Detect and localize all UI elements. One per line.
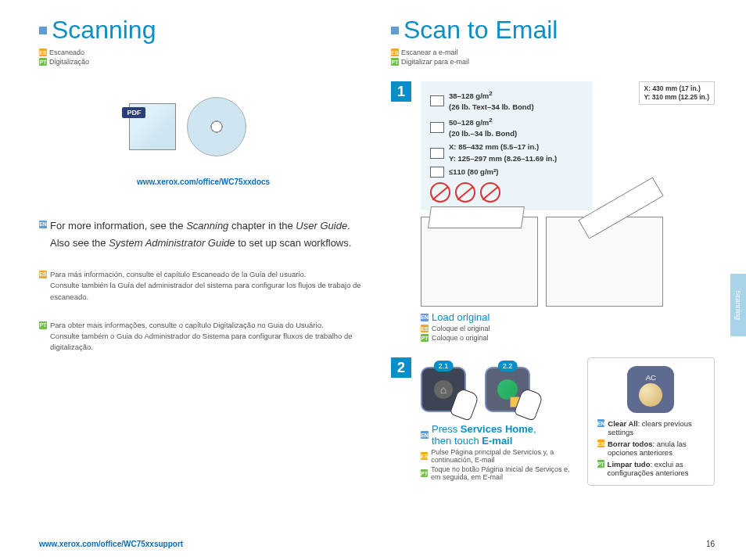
es-icon: ES xyxy=(39,48,47,56)
es-info-text: ES Para más información, consulte el cap… xyxy=(39,269,368,303)
no-fold-icon xyxy=(455,182,475,203)
step-number-1: 1 xyxy=(391,81,411,102)
clear-all-button[interactable]: AC xyxy=(627,366,674,413)
en-icon: EN xyxy=(597,419,605,427)
support-link[interactable]: www.xerox.com/office/WC75xxsupport xyxy=(39,540,183,548)
step1-es: ESColoque el original xyxy=(421,325,715,332)
subtitle-pt: PT Digitalização xyxy=(39,58,368,66)
step-2: 2 2.1 ⌂ 2.2 xyxy=(391,357,715,486)
ac-label: AC xyxy=(646,373,656,382)
dimension-icon xyxy=(430,148,444,159)
en-icon: EN xyxy=(421,431,429,439)
hand-pointer-icon xyxy=(514,387,544,421)
docs-link[interactable]: www.xerox.com/office/WC75xxdocs xyxy=(39,178,368,186)
es-icon: ES xyxy=(597,440,604,447)
heading-scan-to-email: Scan to Email xyxy=(391,16,715,45)
services-home-button[interactable]: 2.1 ⌂ xyxy=(421,367,466,412)
step1-heading: EN Load original xyxy=(421,311,715,323)
printer-feeder-icon xyxy=(421,217,538,307)
hand-pointer-icon xyxy=(450,387,480,421)
subtitle-es: ES Escanear a e-mail xyxy=(391,48,715,56)
no-staples-icon xyxy=(430,182,450,203)
en-icon: EN xyxy=(421,314,429,321)
email-button[interactable]: 2.2 xyxy=(485,367,530,412)
machine-illustrations xyxy=(421,217,715,307)
step-number-2: 2 xyxy=(391,357,411,378)
heading-bullet xyxy=(391,27,399,34)
pt-icon: PT xyxy=(597,460,604,468)
pdf-cd-illustration: PDF xyxy=(86,97,289,171)
printer-platen-icon xyxy=(546,217,663,307)
es-icon: ES xyxy=(421,325,429,332)
substep-badge: 2.2 xyxy=(498,361,518,372)
feeder-icon xyxy=(430,95,444,106)
cd-disc-icon xyxy=(187,97,246,156)
ac-button-icon xyxy=(639,383,662,407)
pt-icon: PT xyxy=(391,58,399,66)
section-tab: Scanning xyxy=(730,274,746,336)
no-torn-icon xyxy=(480,182,500,203)
heading-scanning: Scanning xyxy=(39,16,368,45)
es-icon: ES xyxy=(39,271,47,278)
step1-pt: PTColoque o original xyxy=(421,334,715,342)
subtitle-pt: PT Digitalizar para e-mail xyxy=(391,58,715,66)
es-icon: ES xyxy=(421,452,428,460)
en-info-text: EN For more information, see the Scannin… xyxy=(39,217,368,252)
subtitle-es: ES Escaneado xyxy=(39,48,368,56)
step2-es: ESPulse Página principal de Servicios y,… xyxy=(421,448,579,464)
step2-heading: EN Press Services Home, then touch E-mai… xyxy=(421,423,579,447)
pt-icon: PT xyxy=(421,469,428,477)
pdf-badge: PDF xyxy=(122,107,145,118)
pdf-document-icon: PDF xyxy=(129,103,176,150)
pt-icon: PT xyxy=(421,334,429,342)
pt-icon: PT xyxy=(39,58,47,66)
platen-spec: X: 430 mm (17 in.)Y: 310 mm (12.25 in.) xyxy=(639,81,715,105)
step2-pt: PTToque no botão Página Inicial de Servi… xyxy=(421,465,579,481)
step-1: 1 38–128 g/m2(26 lb. Text–34 lb. Bond) 5… xyxy=(391,81,715,342)
home-icon: ⌂ xyxy=(434,380,453,399)
stack-icon xyxy=(430,167,444,178)
en-icon: EN xyxy=(39,221,47,228)
substep-badge: 2.1 xyxy=(434,361,454,372)
es-icon: ES xyxy=(391,48,399,56)
page-number: 16 xyxy=(706,540,715,548)
pt-info-text: PT Para obter mais informações, consulte… xyxy=(39,320,368,354)
heading-bullet xyxy=(39,27,47,34)
paper-spec-box: 38–128 g/m2(26 lb. Text–34 lb. Bond) 50–… xyxy=(421,81,593,210)
feeder-icon xyxy=(430,122,444,133)
clear-all-box: AC ENClear All: clears previous settings… xyxy=(587,357,715,486)
pt-icon: PT xyxy=(39,321,47,329)
